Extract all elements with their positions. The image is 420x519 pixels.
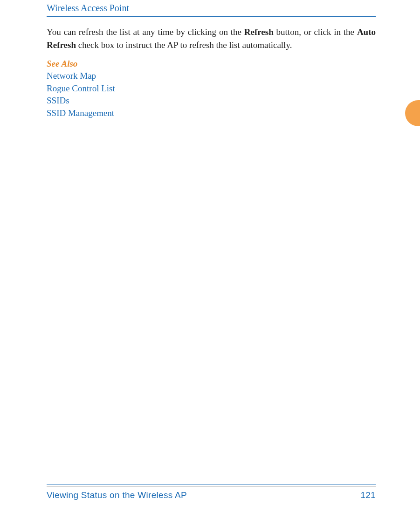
link-network-map[interactable]: Network Map [47, 70, 376, 82]
body-text-part-2: button, or click in the [274, 27, 357, 37]
footer: Viewing Status on the Wireless AP 121 [47, 485, 376, 500]
header-rule [47, 16, 376, 17]
footer-rule-top [47, 485, 376, 485]
body-paragraph: You can refresh the list at any time by … [47, 26, 376, 51]
link-ssids[interactable]: SSIDs [47, 95, 376, 107]
see-also-heading: See Also [47, 59, 376, 69]
body-text-part-3: check box to instruct the AP to refresh … [76, 40, 292, 50]
side-tab [405, 100, 420, 126]
footer-page-number: 121 [360, 490, 376, 500]
refresh-bold: Refresh [244, 27, 274, 37]
header-title: Wireless Access Point [47, 0, 376, 16]
footer-section: Viewing Status on the Wireless AP [47, 490, 187, 500]
link-rogue-control-list[interactable]: Rogue Control List [47, 82, 376, 95]
link-ssid-management[interactable]: SSID Management [47, 107, 376, 120]
see-also-links: Network Map Rogue Control List SSIDs SSI… [47, 70, 376, 119]
footer-rule-bottom [47, 486, 376, 486]
body-text-part-1: You can refresh the list at any time by … [47, 27, 244, 37]
